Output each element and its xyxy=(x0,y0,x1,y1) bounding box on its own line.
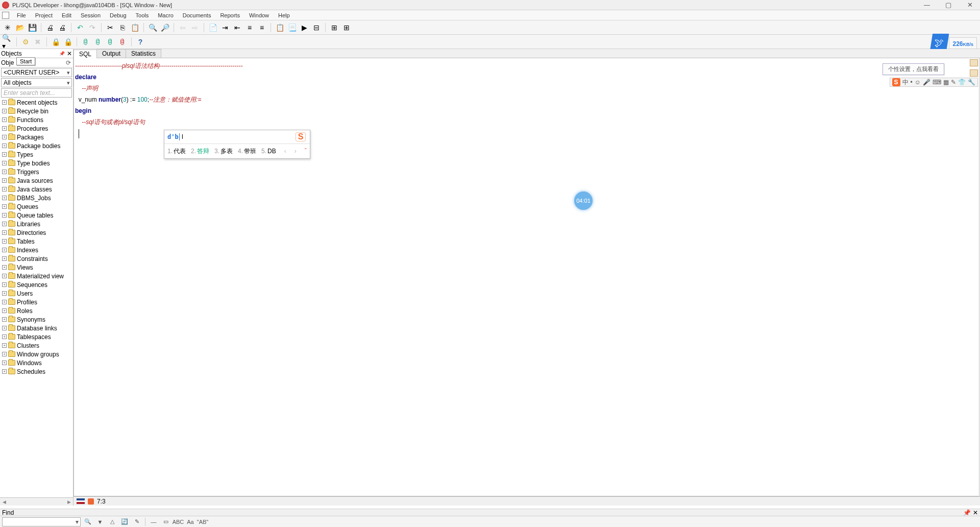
maximize-button[interactable] xyxy=(942,1,954,10)
menu-help[interactable]: Help xyxy=(274,11,295,19)
menu-session[interactable]: Session xyxy=(76,11,105,19)
help-button[interactable]: ? xyxy=(135,36,146,47)
db1-button[interactable]: 🛢 xyxy=(80,36,91,47)
menu-debug[interactable]: Debug xyxy=(105,11,131,19)
document-icon xyxy=(2,12,9,19)
window-list-button[interactable]: ⊞ xyxy=(329,22,340,33)
close-button[interactable] xyxy=(964,1,976,10)
menu-window[interactable]: Window xyxy=(244,11,274,19)
zoom-button[interactable]: 🔍▾ xyxy=(2,36,13,47)
menu-edit[interactable]: Edit xyxy=(57,11,76,19)
bookmark-button[interactable]: 📄 xyxy=(207,22,218,33)
exec-button[interactable]: ▶ xyxy=(299,22,310,33)
window-title: PL/SQL Developer - lihong@java0104DB - [… xyxy=(12,2,921,8)
network-speed: 226KB/s xyxy=(949,37,977,49)
minimize-button[interactable] xyxy=(921,1,933,10)
beautify-button[interactable]: 📃 xyxy=(286,22,298,33)
menu-macro[interactable]: Macro xyxy=(153,11,178,19)
explain-button[interactable]: 📋 xyxy=(274,22,285,33)
db4-button[interactable]: 🛢 xyxy=(117,36,128,47)
paste-button[interactable]: 📋 xyxy=(129,22,140,33)
comment-button[interactable]: ≡ xyxy=(244,22,255,33)
titlebar: PL/SQL Developer - lihong@java0104DB - [… xyxy=(0,0,980,10)
print-button[interactable]: 🖨 xyxy=(44,22,56,33)
menu-reports[interactable]: Reports xyxy=(215,11,244,19)
replace-button[interactable]: 🔎 xyxy=(159,22,170,33)
print-preview-button[interactable]: 🖨 xyxy=(57,22,68,33)
cut-button[interactable]: ✂ xyxy=(105,22,116,33)
network-widget: 226KB/s xyxy=(929,34,977,49)
copy-button[interactable]: ⎘ xyxy=(117,22,128,33)
lock-button[interactable]: 🔒 xyxy=(50,36,61,47)
find-button[interactable]: 🔍 xyxy=(147,22,158,33)
db2-button[interactable]: 🛢 xyxy=(92,36,104,47)
window-controls xyxy=(921,1,976,10)
redo-button[interactable]: ↷ xyxy=(87,22,98,33)
nav-back-button[interactable]: ⇦ xyxy=(177,22,188,33)
menu-tools[interactable]: Tools xyxy=(131,11,154,19)
break-button[interactable]: ⊟ xyxy=(311,22,322,33)
indent-button[interactable]: ⇥ xyxy=(219,22,231,33)
stop-button[interactable]: ✖ xyxy=(32,36,43,47)
tile-button[interactable]: ⊞ xyxy=(341,22,352,33)
network-icon xyxy=(929,34,949,49)
unindent-button[interactable]: ⇤ xyxy=(232,22,243,33)
uncomment-button[interactable]: ≡ xyxy=(256,22,267,33)
db3-button[interactable]: 🛢 xyxy=(105,36,116,47)
lock2-button[interactable]: 🔒 xyxy=(62,36,74,47)
menu-documents[interactable]: Documents xyxy=(178,11,216,19)
main-toolbar: ✳ 📂 💾 🖨 🖨 ↶ ↷ ✂ ⎘ 📋 🔍 🔎 ⇦ ⇨ 📄 ⇥ ⇤ ≡ ≡ 📋 … xyxy=(0,20,980,35)
execute-button[interactable]: ⚙ xyxy=(20,36,31,47)
save-button[interactable]: 💾 xyxy=(27,22,38,33)
menu-file[interactable]: File xyxy=(12,11,31,19)
menubar: File Project Edit Session Debug Tools Ma… xyxy=(0,10,980,20)
menu-project[interactable]: Project xyxy=(31,11,57,19)
app-icon xyxy=(2,2,9,9)
new-button[interactable]: ✳ xyxy=(2,22,13,33)
secondary-toolbar: 🔍▾ ⚙ ✖ 🔒 🔒 🛢 🛢 🛢 🛢 ? 226KB/s xyxy=(0,35,980,49)
undo-button[interactable]: ↶ xyxy=(75,22,86,33)
open-button[interactable]: 📂 xyxy=(14,22,26,33)
nav-fwd-button[interactable]: ⇨ xyxy=(189,22,201,33)
